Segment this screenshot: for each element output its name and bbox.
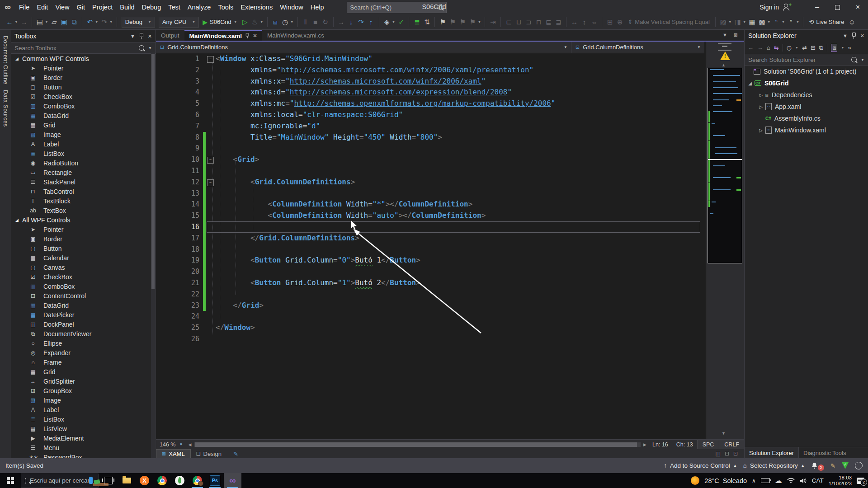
minimize-button[interactable]: – [807, 0, 827, 14]
sort-lines-icon[interactable]: ⇅ [422, 18, 431, 26]
scrollbar-map-column[interactable]: ▲ ▼ [706, 42, 744, 439]
chevron-down-icon[interactable]: ▼ [782, 20, 785, 24]
scroll-up-icon[interactable]: ▲ [722, 63, 726, 67]
toolbox-item-stackpanel[interactable]: ☰StackPanel [11, 177, 156, 187]
toolbox-item-image[interactable]: ▧Image [11, 395, 156, 405]
scroll-left-icon[interactable]: ◀ [186, 442, 193, 447]
action-center-icon[interactable]: 2 [857, 478, 864, 484]
overflow-icon[interactable]: » [848, 44, 851, 51]
toolbox-item-groupbox[interactable]: ⊞GroupBox [11, 386, 156, 395]
properties-icon[interactable]: ⧉ [819, 44, 823, 52]
toolbox-item-image[interactable]: ▧Image [11, 130, 156, 139]
align-middles-icon[interactable]: ⊑ [544, 18, 553, 26]
code-line-22[interactable]: 22 [156, 289, 706, 300]
tab-mainwindow-xaml[interactable]: MainWindow.xaml✕ [184, 30, 262, 41]
add-collaborator-icon[interactable]: ☺ [847, 18, 856, 26]
chevron-down-icon[interactable]: ▼ [861, 58, 864, 62]
wifi-icon[interactable] [787, 478, 795, 483]
new-project-icon[interactable]: ▤ [35, 18, 44, 26]
tab-data-sources[interactable]: Data Sources [2, 90, 9, 127]
align-centers-icon[interactable]: ⊔ [514, 18, 523, 26]
restart-icon[interactable]: ↻ [321, 18, 330, 26]
taskbar-chrome[interactable] [153, 473, 171, 488]
toolbox-group-1[interactable]: ◢All WPF Controls [11, 215, 156, 225]
toolbox-item-datagrid[interactable]: ▦DataGrid [11, 111, 156, 120]
pin-icon[interactable] [852, 33, 856, 39]
start-debugging-button[interactable]: ▶S06Grid▼ [203, 19, 238, 26]
indent-icon[interactable]: ⇥ [488, 18, 497, 26]
quotes-close-icon[interactable]: ” [786, 18, 795, 26]
taskbar-clock[interactable]: 18:031/10/2023 [829, 475, 852, 487]
menu-edit[interactable]: Edit [33, 0, 52, 14]
quotes-open-icon[interactable]: “ [772, 18, 781, 26]
toolbox-item-menu[interactable]: ☰Menu [11, 443, 156, 452]
align-lefts-icon[interactable]: ⊏ [504, 18, 513, 26]
split-vertical-icon[interactable]: ◫ [716, 450, 721, 457]
toolbox-item-datagrid[interactable]: ▦DataGrid [11, 300, 156, 310]
toolbox-item-expander[interactable]: ◎Expander [11, 348, 156, 357]
collapse-box-icon[interactable]: − [207, 179, 214, 186]
hot-reload-icon[interactable]: ♨ [250, 18, 259, 26]
sync-with-active-document-icon[interactable]: ⇄ [802, 44, 807, 51]
code-line-15[interactable]: 15 <ColumnDefinition Width="auto"></Colu… [156, 210, 706, 221]
code-line-2[interactable]: 2 xmlns="http://schemas.microsoft.com/wi… [156, 65, 706, 76]
clear-bookmarks-icon[interactable]: ⚑ [468, 18, 477, 26]
swap-panes-icon[interactable]: ✎ [233, 450, 238, 457]
code-line-18[interactable]: 18 [156, 244, 706, 255]
step-over-icon[interactable]: ↷ [357, 18, 366, 26]
chevron-down-icon[interactable]: ▼ [148, 46, 152, 50]
weather-widget[interactable]: 28°C Soleado [704, 477, 747, 484]
menu-window[interactable]: Window [276, 0, 307, 14]
toolbox-group-0[interactable]: ◢Common WPF Controls [11, 54, 156, 63]
taskbar-search-input[interactable]: Escriu aquí per cercar [21, 474, 99, 488]
menu-build[interactable]: Build [116, 0, 138, 14]
bookmark-icon[interactable]: ⚑ [438, 18, 447, 26]
chevron-down-icon[interactable]: ▼ [564, 45, 567, 49]
chevron-down-icon[interactable]: ▼ [109, 20, 113, 24]
pending-changes-filter-icon[interactable]: ◷ [787, 44, 792, 51]
code-line-1[interactable]: 1−<Window x:Class="S06Grid.MainWindow" [156, 53, 706, 65]
menu-file[interactable]: File [15, 0, 33, 14]
menu-analyze[interactable]: Analyze [184, 0, 215, 14]
pin-icon[interactable] [245, 33, 249, 38]
back-icon[interactable]: ← [748, 44, 754, 51]
step-into-icon[interactable]: ↓ [347, 18, 356, 26]
toolbox-item-listbox[interactable]: ≣ListBox [11, 414, 156, 424]
feedback-icon[interactable]: ✎ [830, 462, 835, 469]
health-check-icon[interactable]: ✓ [842, 462, 849, 469]
taskbar-chrome-profile[interactable] [189, 473, 206, 488]
toolbox-item-documentviewer[interactable]: ⧉DocumentViewer [11, 329, 156, 338]
select-repository-button[interactable]: ⌂ Select Repository ▲ [743, 462, 805, 469]
chevron-down-icon[interactable]: ▼ [841, 46, 844, 49]
chevron-down-icon[interactable]: ▼ [45, 20, 48, 24]
spell-check-icon[interactable]: ✓ [396, 18, 406, 26]
pause-icon[interactable]: ‖ [301, 18, 310, 26]
platform-select[interactable]: Any CPU▼ [159, 17, 199, 28]
sign-in-button[interactable]: Sign in [760, 4, 779, 11]
save-icon[interactable]: ▣ [60, 18, 69, 26]
zoom-fit-icon[interactable]: ⊕ [615, 18, 624, 26]
restore-button[interactable] [827, 0, 848, 14]
performance-profiler-icon[interactable]: ◷ [281, 18, 290, 26]
toolbox-item-textblock[interactable]: TTextBlock [11, 196, 156, 206]
tree-item-assemblyinfo-cs[interactable]: C#AssemblyInfo.cs [745, 113, 868, 124]
tree-item-app-xaml[interactable]: ▷‹›App.xaml [745, 101, 868, 113]
code-line-21[interactable]: 21 <Button Grid.Column="1">Butó 2</Butto… [156, 277, 706, 289]
syntax-visualizer-icon[interactable]: ◈ [382, 18, 392, 26]
code-editor[interactable]: 1−<Window x:Class="S06Grid.MainWindow"2 … [156, 53, 706, 439]
breadcrumb-member-dropdown[interactable]: ⊡ Grid.ColumnDefinitions ▼ [571, 44, 704, 51]
preview-icon[interactable]: ◨ [733, 18, 742, 26]
chevron-down-icon[interactable]: ▼ [290, 20, 294, 24]
toolbox-item-pointer[interactable]: ➤Pointer [11, 63, 156, 73]
redo-icon[interactable]: ↷ [100, 18, 109, 26]
close-icon[interactable]: ✕ [253, 33, 257, 39]
debug-configuration-select[interactable]: Debug▼ [122, 17, 155, 28]
toolbox-item-label[interactable]: ALabel [11, 405, 156, 414]
expand-pane-icon[interactable]: ⊡ [733, 450, 738, 457]
chevron-down-icon[interactable]: ▼ [95, 20, 99, 24]
avatar-circle[interactable] [855, 462, 863, 469]
code-line-17[interactable]: 17 </Grid.ColumnDefinitions> [156, 233, 706, 244]
snap-grid-icon[interactable]: ▩ [758, 18, 767, 26]
chevron-down-icon[interactable]: ▼ [392, 20, 396, 24]
show-all-files-icon[interactable]: ⧈ [831, 44, 837, 52]
